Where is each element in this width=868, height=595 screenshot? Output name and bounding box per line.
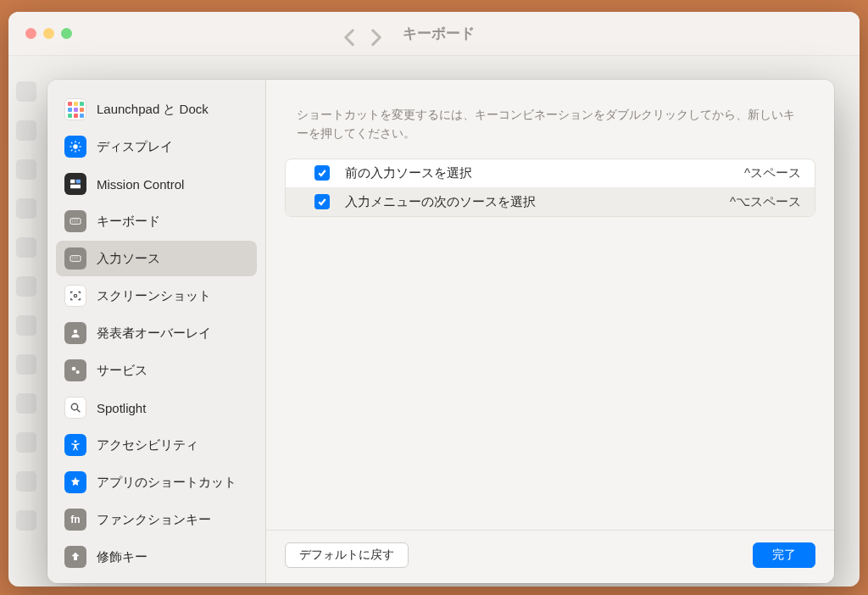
sidebar-item-label: Launchpad と Dock (97, 102, 209, 118)
screenshot-icon (64, 285, 86, 307)
sheet-footer: デフォルトに戻す 完了 (266, 530, 834, 583)
sidebar-item-keyboard[interactable]: キーボード (56, 203, 257, 239)
sidebar-item-mission-control[interactable]: Mission Control (56, 166, 257, 202)
sidebar-item-label: Mission Control (97, 177, 184, 192)
system-settings-window: キーボード Launchpad と Dock ディスプ (8, 12, 860, 587)
sidebar-item-display[interactable]: ディスプレイ (56, 129, 257, 164)
svg-point-18 (74, 294, 76, 297)
sidebar-item-function-keys[interactable]: fn ファンクションキー (56, 502, 257, 537)
shortcut-key[interactable]: ^スペース (744, 165, 801, 181)
shortcut-key[interactable]: ^⌥スペース (730, 194, 801, 210)
sidebar-item-input-sources[interactable]: 入力ソース (56, 241, 257, 276)
shortcut-row-prev-input-source[interactable]: 前の入力ソースを選択 ^スペース (286, 159, 815, 188)
shortcut-row-next-input-source[interactable]: 入力メニューの次のソースを選択 ^⌥スペース (286, 188, 815, 216)
input-sources-icon (64, 247, 86, 270)
svg-point-24 (74, 440, 76, 442)
svg-point-0 (73, 144, 77, 148)
sidebar-item-app-shortcuts[interactable]: アプリのショートカット (56, 464, 257, 500)
shortcut-label: 前の入力ソースを選択 (345, 165, 744, 181)
sidebar-item-services[interactable]: サービス (56, 353, 257, 388)
svg-rect-10 (76, 180, 81, 184)
app-shortcuts-icon (64, 471, 86, 493)
launchpad-icon (64, 98, 86, 120)
sidebar-item-label: アクセシビリティ (97, 437, 198, 453)
sidebar-item-label: 入力ソース (97, 251, 160, 267)
services-icon (64, 359, 86, 381)
svg-line-8 (79, 142, 80, 143)
shortcut-list: 前の入力ソースを選択 ^スペース 入力メニューの次のソースを選択 ^⌥スペース (285, 158, 815, 217)
restore-defaults-button[interactable]: デフォルトに戻す (285, 542, 409, 568)
sidebar-item-presenter-overlay[interactable]: 発表者オーバーレイ (56, 315, 257, 351)
shortcut-checkbox[interactable] (314, 194, 330, 209)
svg-point-21 (76, 370, 80, 374)
sidebar-item-modifier-keys[interactable]: 修飾キー (56, 539, 257, 575)
shortcut-category-sidebar: Launchpad と Dock ディスプレイ Mission Control … (47, 80, 266, 583)
shortcut-checkbox[interactable] (314, 165, 330, 181)
sidebar-item-launchpad[interactable]: Launchpad と Dock (56, 92, 257, 127)
svg-line-7 (71, 150, 72, 151)
sidebar-item-label: アプリのショートカット (97, 475, 236, 491)
function-keys-icon: fn (64, 509, 86, 531)
svg-line-5 (71, 142, 72, 143)
shortcut-main-panel: ショートカットを変更するには、キーコンビネーションをダブルクリックしてから、新し… (266, 80, 834, 583)
svg-point-19 (74, 330, 78, 334)
sidebar-item-spotlight[interactable]: Spotlight (56, 390, 257, 425)
svg-rect-11 (70, 185, 81, 189)
display-icon (64, 136, 86, 158)
sidebar-item-accessibility[interactable]: アクセシビリティ (56, 427, 257, 463)
sidebar-item-label: ファンクションキー (97, 512, 211, 528)
instructions-text: ショートカットを変更するには、キーコンビネーションをダブルクリックしてから、新し… (266, 80, 834, 158)
shortcuts-sheet: Launchpad と Dock ディスプレイ Mission Control … (47, 80, 834, 583)
svg-rect-9 (70, 180, 75, 184)
mission-control-icon (64, 173, 86, 195)
sidebar-item-screenshot[interactable]: スクリーンショット (56, 278, 257, 314)
sidebar-item-label: 発表者オーバーレイ (97, 325, 211, 342)
presenter-overlay-icon (64, 322, 86, 344)
svg-rect-12 (70, 219, 81, 225)
sidebar-item-label: Spotlight (97, 401, 146, 415)
svg-point-20 (72, 367, 76, 371)
keyboard-icon (64, 210, 86, 232)
svg-rect-15 (70, 256, 81, 262)
sidebar-item-label: スクリーンショット (97, 288, 211, 304)
modifier-keys-icon (64, 546, 86, 568)
spotlight-icon (64, 397, 86, 419)
accessibility-icon (64, 434, 86, 456)
sidebar-item-label: ディスプレイ (97, 139, 173, 155)
shortcut-label: 入力メニューの次のソースを選択 (345, 194, 730, 210)
svg-line-23 (77, 409, 80, 412)
sidebar-item-label: キーボード (97, 214, 160, 230)
sidebar-item-label: サービス (97, 363, 147, 379)
svg-line-6 (79, 150, 80, 151)
svg-point-22 (71, 403, 77, 409)
sidebar-item-label: 修飾キー (97, 549, 147, 565)
done-button[interactable]: 完了 (753, 542, 815, 568)
